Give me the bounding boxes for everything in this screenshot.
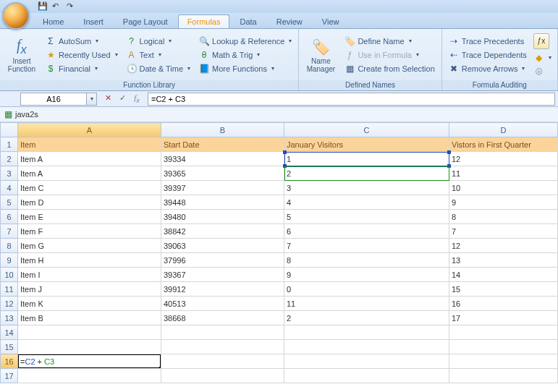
cell[interactable]: 4 [284,195,449,210]
tab-review[interactable]: Review [267,14,312,28]
row-header[interactable]: 16 [1,354,18,369]
insert-function-button[interactable]: fx Insert Function [3,30,41,79]
cell[interactable]: =C2 + C3 [18,354,161,369]
cell[interactable]: Item D [18,195,161,210]
cell[interactable]: 37996 [161,253,284,268]
col-header-B[interactable]: B [161,123,284,137]
cell[interactable]: Item K [18,297,161,311]
cell[interactable]: 16 [449,297,558,311]
row-header[interactable]: 4 [1,181,18,195]
trace-precedents-button[interactable]: ⇢Trace Precedents [445,35,530,48]
date-time-button[interactable]: 🕓Date & Time▾ [123,62,195,75]
cell[interactable]: Item C [18,181,161,195]
select-all-corner[interactable] [1,123,18,137]
header-cell[interactable]: January Visitors [284,137,449,152]
cell[interactable]: 39365 [161,166,284,181]
worksheet[interactable]: ABCD 1ItemStart DateJanuary VisitorsVist… [0,122,558,383]
tab-page-layout[interactable]: Page Layout [114,14,177,28]
cell[interactable] [284,325,449,340]
tab-insert[interactable]: Insert [74,14,113,28]
workbook-tab[interactable]: ▦ java2s [0,107,558,122]
recently-used-button[interactable]: ★Recently Used▾ [42,48,122,61]
cell[interactable] [449,325,558,340]
cell[interactable]: Item B [18,311,161,325]
undo-icon[interactable]: ↶ [52,1,62,12]
cell[interactable] [284,340,449,354]
cell[interactable]: 15 [449,282,558,297]
create-from-selection-button[interactable]: ▦Create from Selection [341,62,438,75]
cell[interactable] [284,369,449,383]
cell[interactable]: 38842 [161,224,284,239]
name-manager-button[interactable]: 🏷️ Name Manager [302,30,339,79]
col-header-A[interactable]: A [18,123,161,137]
trace-dependents-button[interactable]: ⇠Trace Dependents [445,48,530,61]
col-header-C[interactable]: C [284,123,449,137]
cell[interactable]: 9 [449,195,558,210]
cell[interactable]: 39397 [161,181,284,195]
cell[interactable] [18,325,161,340]
cell[interactable]: 2 [284,311,449,325]
cell[interactable]: 40513 [161,297,284,311]
cell[interactable]: 7 [284,239,449,253]
row-header[interactable]: 15 [1,340,18,354]
enter-icon[interactable]: ✓ [117,93,127,104]
cell[interactable]: 39367 [161,268,284,282]
cell[interactable]: 12 [449,152,558,166]
row-header[interactable]: 17 [1,369,18,383]
row-header[interactable]: 5 [1,195,18,210]
cancel-icon[interactable]: ✕ [103,93,113,104]
cell[interactable]: 10 [449,181,558,195]
cell[interactable] [161,325,284,340]
cell[interactable] [161,369,284,383]
grid[interactable]: ABCD 1ItemStart DateJanuary VisitorsVist… [0,122,558,383]
lookup-button[interactable]: 🔍Lookup & Reference▾ [195,35,295,48]
tab-data[interactable]: Data [230,14,266,28]
row-header[interactable]: 10 [1,268,18,282]
cell[interactable]: 39063 [161,239,284,253]
row-header[interactable]: 14 [1,325,18,340]
cell[interactable]: 12 [449,239,558,253]
logical-button[interactable]: ?Logical▾ [123,35,195,48]
cell[interactable]: Item J [18,282,161,297]
cell[interactable]: Item F [18,224,161,239]
row-header[interactable]: 6 [1,210,18,224]
remove-arrows-button[interactable]: ✖Remove Arrows▾ [445,62,530,75]
office-button[interactable] [2,2,30,30]
cell[interactable]: 14 [449,268,558,282]
row-header[interactable]: 9 [1,253,18,268]
cell[interactable] [449,340,558,354]
cell[interactable]: 39334 [161,152,284,166]
cell[interactable]: 0 [284,282,449,297]
financial-button[interactable]: $Financial▾ [42,62,122,75]
show-formulas-toggle[interactable]: ƒx [533,33,549,49]
cell[interactable]: 11 [449,166,558,181]
tab-view[interactable]: View [313,14,349,28]
text-button[interactable]: AText▾ [123,48,195,61]
cell[interactable]: Item E [18,210,161,224]
row-header[interactable]: 7 [1,224,18,239]
row-header[interactable]: 8 [1,239,18,253]
cell[interactable]: 8 [449,210,558,224]
cell[interactable]: 11 [284,297,449,311]
row-header[interactable]: 11 [1,282,18,297]
cell[interactable]: 2 [284,166,449,181]
cell[interactable]: 39448 [161,195,284,210]
save-icon[interactable]: 💾 [38,1,48,12]
cell[interactable]: Item H [18,253,161,268]
cell[interactable] [161,340,284,354]
tab-formulas[interactable]: Formulas [178,14,230,28]
row-header[interactable]: 2 [1,152,18,166]
math-trig-button[interactable]: θMath & Trig▾ [195,48,295,61]
row-header[interactable]: 1 [1,137,18,152]
header-cell[interactable]: Start Date [161,137,284,152]
cell[interactable]: Item G [18,239,161,253]
header-cell[interactable]: Item [18,137,161,152]
redo-icon[interactable]: ↷ [67,1,77,12]
cell[interactable]: 8 [284,253,449,268]
header-cell[interactable]: Vistors in First Quarter [449,137,558,152]
cell[interactable]: 7 [449,224,558,239]
row-header[interactable]: 13 [1,311,18,325]
cell[interactable]: Item A [18,152,161,166]
cell[interactable]: 39912 [161,282,284,297]
cell[interactable]: 39480 [161,210,284,224]
